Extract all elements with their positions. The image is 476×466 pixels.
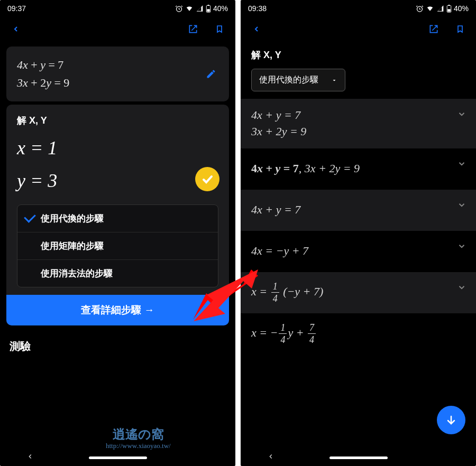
result-x: x = 1 — [17, 134, 218, 162]
view-steps-button[interactable]: 查看詳細步驟 → — [6, 295, 229, 325]
expand-step[interactable] — [457, 241, 466, 253]
battery-percent: 40% — [213, 4, 228, 13]
chevron-down-icon — [457, 159, 466, 169]
step-1[interactable]: 4x + y = 7 3x + 2y = 9 — [241, 99, 476, 148]
svg-rect-7 — [447, 9, 450, 12]
alarm-icon — [175, 5, 183, 13]
quiz-tab[interactable]: 測驗 — [0, 329, 235, 364]
chevron-down-icon — [457, 283, 466, 292]
system-nav — [241, 449, 476, 466]
verified-badge — [195, 167, 219, 191]
nav-back-icon — [267, 453, 274, 460]
bookmark-icon — [215, 24, 224, 34]
method-elimination[interactable]: 使用消去法的步驟 — [17, 260, 218, 287]
status-bar: 09:38 40% — [241, 0, 476, 15]
step-5[interactable]: x = 14 (−y + 7) — [241, 272, 476, 313]
nav-home[interactable] — [329, 456, 388, 459]
pencil-icon — [206, 69, 216, 79]
chevron-down-icon — [457, 241, 466, 251]
equation-2: 3x + 2y = 9 — [17, 74, 218, 92]
method-matrix[interactable]: 使用矩陣的步驟 — [17, 232, 218, 260]
step-eq: 4x + y = 7 — [251, 107, 306, 124]
cta-label: 查看詳細步驟 → — [81, 303, 154, 317]
expand-step[interactable] — [457, 200, 466, 212]
expand-step[interactable] — [457, 283, 466, 294]
method-substitution[interactable]: 使用代換的步驟 — [17, 205, 218, 232]
bookmark-icon — [456, 24, 464, 34]
step-eq: 3x + 2y = 9 — [251, 124, 306, 140]
app-header — [0, 15, 235, 43]
expand-step[interactable] — [457, 109, 466, 121]
step-6[interactable]: x = −14y + 74 — [241, 313, 476, 355]
result-y: y = 3 — [17, 167, 218, 194]
step-eq: 4x + y = 7, 3x + 2y = 9 — [251, 161, 360, 177]
check-icon — [201, 173, 214, 185]
share-button[interactable] — [186, 22, 200, 36]
bookmark-button[interactable] — [212, 22, 227, 36]
caret-down-icon — [331, 77, 337, 83]
nav-back[interactable] — [26, 453, 34, 462]
bookmark-button[interactable] — [453, 22, 468, 36]
step-eq: 4x + y = 7 — [251, 202, 300, 218]
status-time: 09:37 — [7, 4, 26, 13]
status-time: 09:38 — [248, 4, 267, 13]
method-list: 使用代換的步驟 使用矩陣的步驟 使用消去法的步驟 — [17, 204, 218, 287]
svg-rect-3 — [207, 9, 209, 12]
chevron-down-icon — [457, 200, 466, 210]
phone-left: 09:37 40% — [0, 0, 235, 466]
solve-title: 解 X, Y — [17, 114, 218, 127]
svg-rect-2 — [207, 5, 209, 6]
chevron-down-icon — [457, 109, 466, 119]
svg-rect-6 — [448, 5, 450, 6]
status-icons: 40% — [416, 4, 469, 13]
step-eq: x = 14 (−y + 7) — [251, 282, 323, 303]
battery-icon — [206, 5, 211, 13]
signal-icon — [196, 5, 204, 12]
battery-icon — [446, 5, 452, 13]
edit-button[interactable] — [204, 67, 218, 81]
scroll-down-fab[interactable] — [437, 406, 465, 434]
equation-1: 4x + y = 7 — [17, 56, 218, 74]
step-eq: 4x = −y + 7 — [251, 243, 308, 259]
status-bar: 09:37 40% — [0, 0, 235, 15]
solve-title: 解 X, Y — [241, 43, 476, 69]
step-3[interactable]: 4x + y = 7 — [241, 190, 476, 231]
chevron-left-icon — [252, 23, 261, 35]
method-dropdown[interactable]: 使用代換的步驟 — [251, 69, 345, 91]
wifi-icon — [426, 5, 434, 12]
solution-card: 解 X, Y x = 1 y = 3 使用代換的步驟 使用矩陣的步驟 使用消去法… — [6, 105, 229, 325]
share-button[interactable] — [426, 22, 441, 36]
nav-back-icon — [26, 453, 34, 460]
back-button[interactable] — [249, 22, 264, 36]
step-eq: x = −14y + 74 — [251, 323, 317, 344]
status-icons: 40% — [175, 4, 228, 13]
chevron-left-icon — [12, 23, 20, 35]
battery-percent: 40% — [454, 4, 469, 13]
expand-step[interactable] — [457, 159, 466, 171]
app-header — [241, 15, 476, 43]
share-icon — [188, 24, 198, 34]
problem-card[interactable]: 4x + y = 7 3x + 2y = 9 — [6, 46, 229, 101]
wifi-icon — [185, 5, 194, 12]
alarm-icon — [416, 5, 424, 13]
share-icon — [428, 24, 439, 34]
dropdown-label: 使用代換的步驟 — [259, 74, 318, 86]
arrow-down-icon — [445, 414, 457, 426]
signal-icon — [436, 5, 444, 12]
back-button[interactable] — [8, 22, 23, 36]
nav-back[interactable] — [267, 453, 274, 462]
nav-home[interactable] — [89, 456, 147, 459]
step-2[interactable]: 4x + y = 7, 3x + 2y = 9 — [241, 148, 476, 190]
phone-right: 09:38 40% — [241, 0, 476, 466]
system-nav — [0, 449, 235, 466]
step-4[interactable]: 4x = −y + 7 — [241, 231, 476, 272]
